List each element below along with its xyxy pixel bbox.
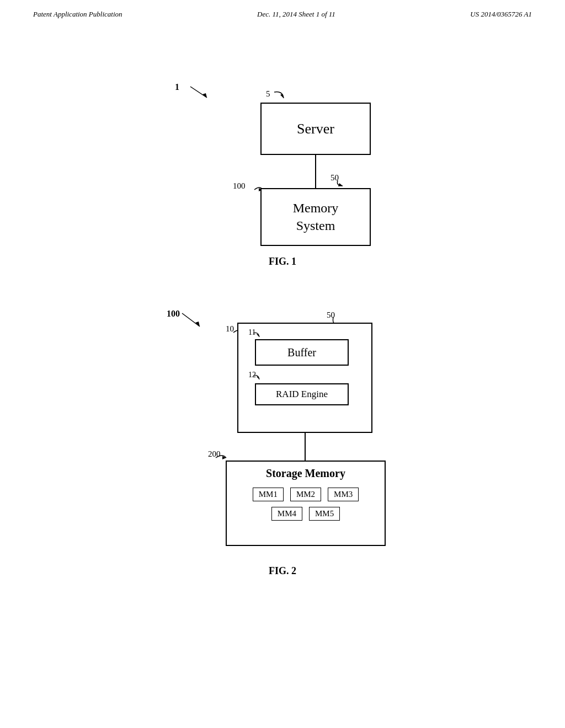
- page-header: Patent Application Publication Dec. 11, …: [0, 0, 565, 19]
- server-box: Server: [260, 103, 371, 155]
- arrow-5: [271, 89, 288, 103]
- mm-row-1: MM1 MM2 MM3: [251, 486, 361, 502]
- fig2-label: FIG. 2: [269, 565, 296, 577]
- raid-engine-box: RAID Engine: [255, 383, 349, 405]
- memory-system-box: MemorySystem: [260, 188, 371, 246]
- ref-label-5: 5: [266, 89, 270, 99]
- mm1-box: MM1: [253, 488, 284, 501]
- svg-marker-4: [338, 183, 343, 186]
- mm3-box: MM3: [328, 488, 359, 501]
- controller-box: 11 Buffer 12 RAID Engine: [237, 323, 372, 433]
- mm5-box: MM5: [309, 507, 340, 521]
- fig1-diagram: 1 5 Server 100: [89, 41, 476, 256]
- arrow-100-fig2: [172, 309, 205, 331]
- arrow-1: [180, 82, 214, 104]
- mm2-box: MM2: [290, 488, 321, 501]
- svg-line-0: [190, 87, 207, 98]
- ref-label-1: 1: [175, 82, 179, 92]
- arrow-50-fig1: [335, 178, 351, 189]
- storage-memory-box: Storage Memory MM1 MM2 MM3 MM4 MM5: [226, 461, 386, 546]
- mm4-box: MM4: [271, 507, 302, 521]
- svg-line-5: [182, 313, 200, 326]
- fig1-label: FIG. 1: [269, 256, 296, 267]
- main-content: 1 5 Server 100: [0, 19, 565, 593]
- header-left: Patent Application Publication: [33, 10, 122, 19]
- fig2-diagram: 100 50 10 11: [89, 284, 476, 560]
- v-connector-fig1: [315, 155, 316, 188]
- header-right: US 2014/0365726 A1: [470, 10, 532, 19]
- v-connector-fig2: [305, 433, 306, 461]
- ref-label-100: 100: [233, 181, 246, 191]
- arrow-12: [252, 374, 263, 384]
- buffer-box: Buffer: [255, 339, 349, 366]
- storage-memory-label: Storage Memory: [266, 467, 345, 480]
- mm-row-2: MM4 MM5: [270, 506, 342, 522]
- header-center: Dec. 11, 2014 Sheet 1 of 11: [257, 10, 335, 19]
